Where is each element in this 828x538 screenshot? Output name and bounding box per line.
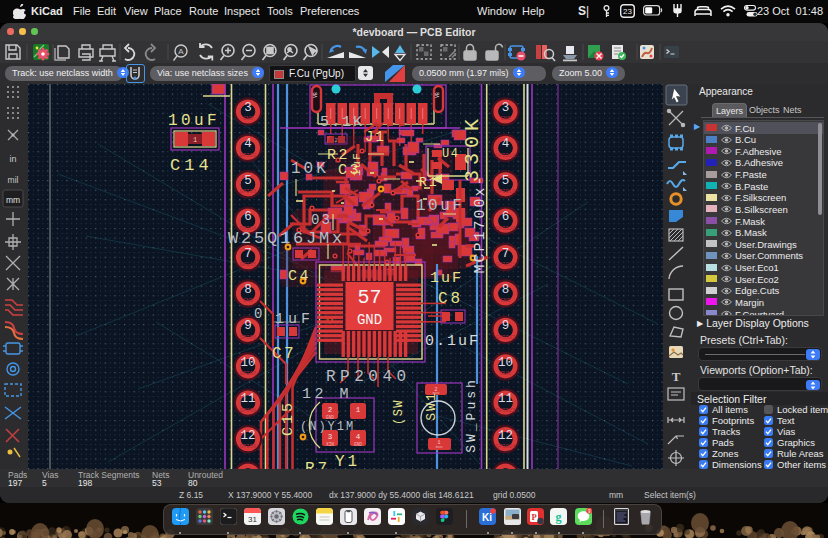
svg-text:SW_Push: SW_Push bbox=[464, 377, 479, 453]
svg-text:7: 7 bbox=[244, 247, 252, 261]
svg-text:03: 03 bbox=[311, 212, 332, 228]
svg-text:GPIO2: GPIO2 bbox=[240, 152, 257, 159]
svg-text:GPIO7: GPIO7 bbox=[240, 370, 257, 377]
svg-text:GPIO19: GPIO19 bbox=[496, 188, 516, 195]
svg-text:3: 3 bbox=[244, 101, 252, 115]
svg-text:SW1: SW1 bbox=[424, 391, 439, 420]
svg-text:J1: J1 bbox=[365, 129, 386, 145]
svg-text:XIN: XIN bbox=[326, 442, 334, 447]
svg-text:U4: U4 bbox=[442, 147, 459, 161]
svg-text:5: 5 bbox=[244, 174, 252, 188]
svg-text:0: 0 bbox=[254, 306, 262, 322]
svg-text:8: 8 bbox=[244, 283, 252, 297]
svg-text:6: 6 bbox=[502, 210, 510, 224]
svg-text:5.1K: 5.1K bbox=[320, 114, 364, 131]
svg-text:GND: GND bbox=[501, 115, 512, 122]
svg-text:330K: 330K bbox=[461, 114, 484, 182]
svg-text:(N)Y1M: (N)Y1M bbox=[300, 420, 355, 434]
svg-text:mil: mil bbox=[8, 175, 19, 185]
svg-text:GPIO3: GPIO3 bbox=[240, 188, 257, 195]
svg-text:GND: GND bbox=[354, 442, 362, 447]
svg-text:GPIO20: GPIO20 bbox=[496, 225, 516, 232]
svg-text:1: 1 bbox=[356, 406, 361, 414]
svg-text:A: A bbox=[178, 47, 184, 56]
svg-text:P: P bbox=[531, 512, 536, 522]
svg-text:4: 4 bbox=[502, 137, 510, 151]
svg-text:GPIO22: GPIO22 bbox=[496, 334, 516, 341]
svg-text:57: 57 bbox=[357, 286, 381, 309]
svg-text:12: 12 bbox=[498, 429, 513, 443]
svg-text:11: 11 bbox=[498, 392, 513, 406]
svg-text:12 M: 12 M bbox=[302, 386, 352, 403]
svg-text:MCP1700x-: MCP1700x- bbox=[472, 174, 489, 273]
svg-text:12: 12 bbox=[240, 429, 255, 443]
svg-text:GPIO8: GPIO8 bbox=[240, 407, 257, 414]
svg-text:C14: C14 bbox=[170, 156, 213, 175]
svg-text:in: in bbox=[9, 154, 16, 164]
svg-text:4: 4 bbox=[244, 137, 252, 151]
svg-text:1uF: 1uF bbox=[275, 311, 314, 328]
svg-text:GND: GND bbox=[243, 297, 254, 304]
svg-text:g: g bbox=[556, 510, 562, 524]
svg-text:11: 11 bbox=[240, 392, 255, 406]
svg-text:GND: GND bbox=[501, 297, 512, 304]
svg-text:10: 10 bbox=[498, 356, 513, 370]
svg-text:1uF: 1uF bbox=[430, 270, 463, 287]
svg-text:mm: mm bbox=[6, 195, 20, 205]
svg-text:9: 9 bbox=[244, 319, 252, 333]
svg-text:C4: C4 bbox=[288, 268, 311, 285]
svg-text:4: 4 bbox=[356, 433, 361, 441]
svg-text:VB: VB bbox=[313, 92, 318, 98]
svg-text:10K: 10K bbox=[291, 160, 329, 178]
svg-text:8: 8 bbox=[502, 283, 510, 297]
svg-text:10uF: 10uF bbox=[168, 112, 220, 130]
svg-text:C7: C7 bbox=[272, 345, 296, 363]
svg-text:31: 31 bbox=[248, 515, 257, 524]
svg-text:2: 2 bbox=[328, 406, 333, 414]
svg-text:C8: C8 bbox=[438, 290, 463, 308]
svg-text:R1: R1 bbox=[419, 175, 439, 190]
svg-text:C15: C15 bbox=[280, 400, 297, 436]
svg-text:GPIO21: GPIO21 bbox=[496, 261, 517, 268]
svg-text:GPIO24: GPIO24 bbox=[496, 443, 517, 450]
svg-text:10: 10 bbox=[240, 356, 255, 370]
svg-text:23: 23 bbox=[623, 7, 632, 16]
svg-text:T: T bbox=[672, 369, 681, 384]
svg-text:7: 7 bbox=[502, 247, 510, 261]
svg-text:Ki: Ki bbox=[482, 512, 492, 523]
svg-text:GPIO6: GPIO6 bbox=[240, 334, 257, 341]
svg-text:GND: GND bbox=[436, 445, 444, 449]
svg-text:W25Q16JMx: W25Q16JMx bbox=[228, 229, 345, 248]
svg-text:GPIO23: GPIO23 bbox=[496, 407, 516, 414]
svg-text:1: 1 bbox=[193, 136, 197, 144]
svg-text:5: 5 bbox=[502, 174, 510, 188]
svg-text:3: 3 bbox=[328, 433, 333, 441]
svg-text:GPIO9: GPIO9 bbox=[240, 443, 257, 450]
svg-text:GND: GND bbox=[357, 312, 382, 328]
svg-text:0.1uF: 0.1uF bbox=[425, 333, 480, 350]
svg-text:6: 6 bbox=[244, 210, 252, 224]
svg-text:RUN: RUN bbox=[501, 370, 511, 377]
svg-text:RP2040: RP2040 bbox=[326, 368, 411, 386]
svg-text:(SW: (SW bbox=[392, 399, 406, 425]
svg-text:R7: R7 bbox=[305, 460, 330, 469]
svg-text:9: 9 bbox=[502, 319, 510, 333]
svg-text:3: 3 bbox=[502, 101, 510, 115]
svg-text:Y1: Y1 bbox=[335, 453, 360, 469]
svg-text:1uF: 1uF bbox=[351, 152, 363, 176]
svg-text:GND: GND bbox=[243, 115, 254, 122]
svg-text:GPIO18: GPIO18 bbox=[496, 152, 516, 159]
svg-text:VB: VB bbox=[435, 92, 440, 98]
svg-text:GPIO5: GPIO5 bbox=[240, 261, 257, 268]
svg-text:10uF: 10uF bbox=[416, 197, 464, 215]
